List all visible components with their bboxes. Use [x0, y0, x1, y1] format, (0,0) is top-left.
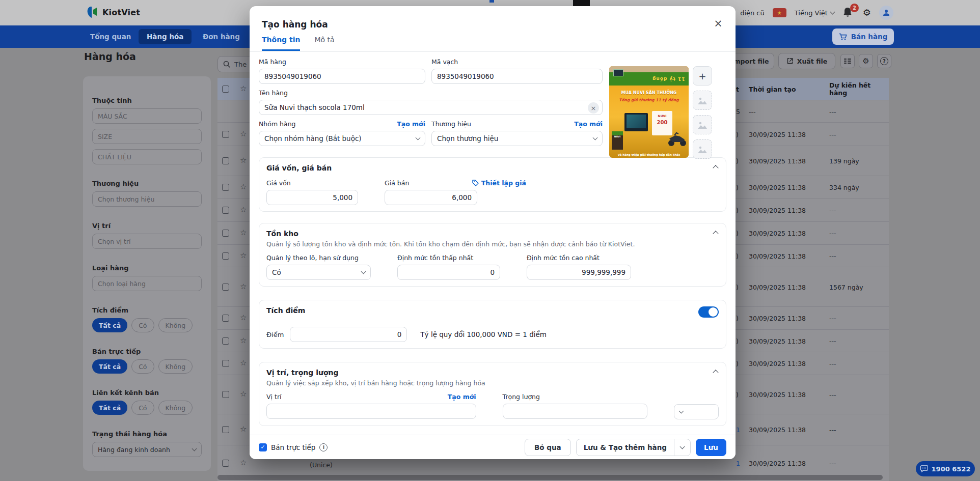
- pill-no[interactable]: Không: [158, 318, 193, 332]
- pill-no[interactable]: Không: [158, 359, 193, 374]
- row-checkbox[interactable]: [222, 284, 229, 291]
- weight-input[interactable]: [503, 404, 647, 419]
- nav-item-hang-hoa-active[interactable]: Hàng hóa: [139, 29, 192, 44]
- photo-placeholder[interactable]: [693, 115, 712, 134]
- column-settings-button[interactable]: [840, 54, 855, 68]
- barcode-input[interactable]: 8935049019060: [431, 69, 603, 84]
- row-checkbox[interactable]: [222, 391, 229, 398]
- sell-button[interactable]: Bán hàng: [832, 29, 894, 45]
- star-icon[interactable]: ☆: [240, 458, 247, 467]
- row-checkbox[interactable]: [222, 337, 229, 345]
- user-avatar[interactable]: [879, 6, 893, 20]
- location-input[interactable]: [266, 404, 476, 419]
- old-ui-link[interactable]: diện cũ: [740, 9, 765, 17]
- star-icon[interactable]: ☆: [240, 282, 247, 291]
- star-icon[interactable]: ☆: [240, 313, 247, 322]
- chevron-down-icon: [192, 446, 197, 451]
- pill-all[interactable]: Tất cả: [92, 359, 127, 374]
- star-icon[interactable]: ☆: [240, 205, 247, 214]
- close-icon[interactable]: ×: [711, 16, 725, 31]
- max-stock-input[interactable]: 999,999,999: [527, 265, 631, 280]
- brand-select[interactable]: Chọn thương hiệu: [431, 131, 603, 146]
- skip-button[interactable]: Bỏ qua: [525, 439, 571, 456]
- star-icon[interactable]: ☆: [240, 182, 247, 191]
- product-photo[interactable]: 11 tỷ đồng MUA NUVI SĂN THƯỞNG Tổng giá …: [609, 66, 689, 158]
- save-button[interactable]: Lưu: [696, 439, 726, 456]
- group-select[interactable]: Chọn nhóm hàng (Bắt buộc): [259, 131, 425, 146]
- star-icon[interactable]: ☆: [240, 358, 247, 367]
- chevron-down-icon: [680, 444, 685, 449]
- photo-placeholder[interactable]: [693, 91, 712, 110]
- row-checkbox[interactable]: [222, 426, 229, 433]
- row-checkbox[interactable]: [222, 315, 229, 322]
- row-text-fragment: ): [736, 337, 739, 345]
- pill-yes[interactable]: Có: [131, 359, 154, 374]
- weight-unit-select[interactable]: [674, 404, 719, 419]
- help-button[interactable]: ?: [877, 54, 891, 68]
- pill-all[interactable]: Tất cả: [92, 401, 127, 415]
- row-text-fragment: 1: [736, 460, 740, 467]
- location-filter-input[interactable]: Chọn vị trí: [92, 234, 202, 249]
- tab-mo-ta[interactable]: Mô tả: [314, 36, 334, 51]
- column-header-created[interactable]: Thời gian tạo: [749, 85, 796, 93]
- select-all-checkbox[interactable]: [222, 86, 229, 93]
- star-icon[interactable]: ☆: [240, 228, 247, 237]
- add-photo-button[interactable]: +: [693, 66, 712, 86]
- nav-item-don-hang[interactable]: Đơn hàng: [203, 25, 240, 48]
- star-icon[interactable]: ☆: [240, 336, 247, 345]
- tab-thong-tin[interactable]: Thông tin: [262, 36, 300, 51]
- pill-yes[interactable]: Có: [131, 401, 154, 415]
- min-stock-input[interactable]: 0: [397, 265, 500, 280]
- info-icon[interactable]: i: [319, 443, 328, 451]
- create-group-link[interactable]: Tạo mới: [397, 120, 425, 128]
- star-icon[interactable]: ☆: [240, 156, 247, 165]
- row-checkbox[interactable]: [222, 360, 229, 367]
- pill-yes[interactable]: Có: [131, 318, 154, 332]
- table-settings-button[interactable]: ⚙: [859, 54, 873, 68]
- star-icon[interactable]: ☆: [240, 251, 247, 260]
- lot-select[interactable]: Có: [266, 265, 371, 280]
- column-header-expiry[interactable]: Dự kiến hết hàng: [829, 81, 889, 97]
- stock-section-title: Tồn kho: [266, 230, 719, 238]
- brand-filter-input[interactable]: Chọn thương hiệu: [92, 191, 202, 207]
- create-location-link[interactable]: Tạo mới: [448, 393, 476, 401]
- type-filter-input[interactable]: Chọn loại hàng: [92, 276, 202, 291]
- save-and-create-button[interactable]: Lưu & Tạo thêm hàng: [576, 439, 691, 456]
- support-phone-button[interactable]: 1900 6522: [916, 461, 975, 476]
- pill-all[interactable]: Tất cả: [92, 318, 127, 332]
- direct-sale-checkbox[interactable]: ✓: [259, 443, 267, 451]
- star-icon[interactable]: ☆: [240, 425, 247, 434]
- settings-gear-icon[interactable]: ⚙: [863, 8, 871, 17]
- nav-item-tong-quan[interactable]: Tổng quan: [90, 25, 131, 48]
- export-file-button[interactable]: Xuất file: [778, 53, 835, 69]
- setup-price-link[interactable]: Thiết lập giá: [472, 179, 526, 187]
- attribute-size-input[interactable]: SIZE: [92, 129, 202, 144]
- row-checkbox[interactable]: [222, 230, 229, 237]
- kiotviet-logo[interactable]: KiotViet: [86, 6, 140, 19]
- clear-input-icon[interactable]: ×: [588, 102, 599, 114]
- photo-placeholder[interactable]: [693, 139, 712, 159]
- language-selector[interactable]: Tiếng Việt: [795, 9, 834, 17]
- save-options-dropdown[interactable]: [674, 439, 690, 456]
- attribute-material-input[interactable]: CHẤT LIỆU: [92, 149, 202, 164]
- create-brand-link[interactable]: Tạo mới: [574, 120, 603, 128]
- star-icon[interactable]: ☆: [240, 129, 247, 138]
- pill-no[interactable]: Không: [158, 401, 193, 415]
- horizontal-scrollbar[interactable]: [217, 475, 883, 480]
- row-checkbox[interactable]: [222, 157, 229, 164]
- sale-price-input[interactable]: 6,000: [385, 190, 477, 205]
- row-checkbox[interactable]: [222, 184, 229, 191]
- row-checkbox[interactable]: [222, 207, 229, 214]
- product-code-input[interactable]: 8935049019060: [259, 69, 425, 84]
- attribute-color-input[interactable]: MÀU SẮC: [92, 108, 202, 124]
- notification-bell[interactable]: 2: [842, 7, 855, 19]
- row-checkbox[interactable]: [222, 131, 229, 138]
- status-select[interactable]: Hàng đang kinh doanh: [92, 442, 202, 457]
- cost-price-input[interactable]: 5,000: [266, 190, 358, 205]
- star-icon[interactable]: ☆: [240, 389, 247, 399]
- points-input[interactable]: 0: [290, 327, 407, 342]
- product-name-input[interactable]: Sữa Nuvi thạch socola 170ml ×: [259, 100, 603, 115]
- row-checkbox[interactable]: [222, 252, 229, 260]
- row-checkbox[interactable]: [222, 460, 229, 467]
- points-toggle[interactable]: [698, 306, 719, 318]
